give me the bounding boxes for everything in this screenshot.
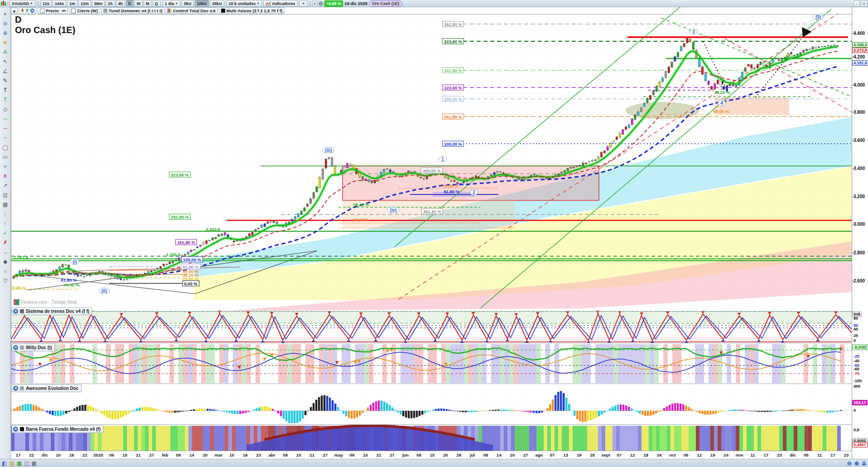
volume-button-35ku[interactable]: 35kU [210, 0, 224, 7]
chart-canvas[interactable] [0, 0, 868, 467]
order-action-icons: ⬇⬆✕ [19, 7, 37, 14]
axis-label: 400 [854, 384, 860, 389]
zoom-out-tool[interactable]: ⊖ [1, 19, 10, 28]
checkbox[interactable] [40, 9, 44, 13]
overlay-chip[interactable]: Multi Avisos (3 f 3 1,5 70 f f) [219, 7, 285, 14]
symbol-selector[interactable]: XAUUSD▼ [10, 0, 35, 7]
overlay-chip[interactable]: Tunel Domenec v4 (t t t t t) [101, 7, 165, 14]
timeframe-button-12s[interactable]: 12s [40, 0, 52, 7]
info-button[interactable]: i [313, 0, 318, 7]
crosshair-tool[interactable]: ⌖ [1, 9, 10, 19]
buy-arrow-icon[interactable]: ⬆ [25, 9, 29, 13]
triangle-tool[interactable]: ▽ [1, 276, 10, 285]
close-icon[interactable]: ✕ [13, 309, 18, 314]
timeframe-button-12m[interactable]: 12m [78, 0, 91, 7]
time-axis-label: 07 [550, 452, 555, 457]
palette-icon[interactable]: ▥ [9, 461, 14, 466]
pitchfork-tool[interactable]: ⋔ [1, 171, 10, 180]
timeframe-button-q[interactable]: Q [153, 0, 160, 7]
timeframe-button-w[interactable]: W [135, 0, 143, 7]
timeframe-button-m[interactable]: M [144, 0, 152, 7]
cursor-tool[interactable]: ↖ [1, 57, 10, 66]
zoom-in-tool[interactable]: ⊕ [1, 28, 10, 38]
panel-header-willy-doc[interactable]: ✕ Willy Doc (t) [12, 344, 55, 351]
ray-tool[interactable]: ↗ [1, 180, 10, 190]
favorites-tool[interactable]: ★ [1, 38, 10, 47]
text-green-tool[interactable]: T [1, 95, 10, 104]
axis-label: 2.600 [854, 278, 865, 283]
timeframe-button-1m[interactable]: 1m [67, 0, 77, 7]
pattern-tool[interactable]: ▨ [1, 190, 10, 199]
timeframe-button-56m[interactable]: 56m [92, 0, 105, 7]
ellipse-tool[interactable]: ◯ [1, 142, 10, 152]
checkbox[interactable] [71, 9, 76, 13]
arrow-tool[interactable]: → [1, 247, 10, 257]
time-axis-label: 21 [309, 452, 314, 457]
time-axis[interactable]: 1722dic101622202509152127feb091420mar101… [11, 452, 852, 459]
collapse-toolbar-button[interactable]: ▴ [11, 7, 18, 14]
text-tool[interactable]: T [1, 85, 10, 95]
close-icon[interactable]: ✕ [13, 427, 18, 432]
hline-green-tool[interactable]: ─ [1, 114, 10, 123]
zoom-in-button[interactable]: ⊕ [854, 461, 859, 466]
sell-arrow-icon[interactable]: ⬇ [21, 9, 24, 13]
dots-magenta-tool[interactable]: ⋮ [1, 219, 10, 228]
panel-header-barra-fuerza[interactable]: ✕ Barra Fuerza Fondo Mercado v4 (f) [12, 425, 103, 433]
chart-style-icon[interactable]: ◫ [24, 461, 29, 466]
grid-tool[interactable]: ▦ [1, 199, 10, 209]
delete-tool[interactable]: ✗ [1, 238, 10, 247]
time-axis-label: 22 [29, 452, 34, 457]
more-dropdown[interactable]: ▼ [299, 0, 308, 7]
label-tool[interactable]: A [1, 47, 10, 57]
trendline-tool[interactable]: ∠ [1, 66, 10, 76]
time-axis-label: 27 [149, 452, 154, 457]
draw-tool[interactable]: ✎ [1, 76, 10, 85]
timeframe-button-1h[interactable]: 1h [106, 0, 115, 7]
panel-header-sistema-trenes[interactable]: ✕ Sistema de trenes Doc v4 (f f) [12, 307, 92, 315]
time-axis-label: 21 [376, 452, 381, 457]
overlay-chip[interactable]: Control Total Doc v.6 [165, 7, 217, 14]
volume-button-5ku[interactable]: 5kU [182, 0, 194, 7]
period-dropdown[interactable]: 1 día▼ [163, 0, 180, 7]
confirm-tool[interactable]: ✓ [1, 228, 10, 238]
time-axis-label: 24 [657, 452, 662, 457]
window-minimize-button[interactable]: – [854, 0, 860, 7]
timeframe-button-4h[interactable]: 4h [116, 0, 125, 7]
price-axis[interactable]: 4.4004.2004.0003.8003.6003.4003.2003.000… [852, 7, 868, 459]
overlay-chip[interactable]: Precio≔ [38, 7, 68, 14]
wave-tool[interactable]: ≈ [1, 161, 10, 171]
cancel-icon[interactable]: ✕ [30, 9, 34, 13]
chart-title-block: D Oro Cash (1E) [15, 15, 75, 36]
timeframe-button-144s[interactable]: 144s [53, 0, 66, 7]
dashed-line-tool[interactable]: ┄ [1, 133, 10, 142]
close-icon[interactable]: ✕ [13, 345, 18, 350]
panel-header-awesome-evolution[interactable]: ✕ Awesome Evolution Doc [12, 384, 82, 392]
axis-label: 3.800 [854, 110, 865, 115]
overlay-chip[interactable]: Cierre (W) [69, 7, 100, 14]
axis-label: 3.600 [854, 138, 865, 143]
volume-button-10ku[interactable]: 10kU [195, 0, 209, 7]
time-axis-label: dic [790, 452, 796, 457]
pan-down-button[interactable]: ⇊ [862, 461, 866, 466]
axis-label: -40 [854, 359, 859, 363]
grid-style-icon[interactable]: ▩ [31, 461, 36, 466]
calendar-icon[interactable]: ▦ [17, 461, 22, 466]
circle-tool[interactable]: ○ [1, 266, 10, 276]
units-dropdown[interactable]: 10 k unidades▼ [227, 0, 262, 7]
indicators-button[interactable]: Indicadores [263, 0, 298, 7]
window-controls: –✕ [854, 0, 867, 7]
timeframe-button-d[interactable]: D [126, 0, 134, 7]
close-icon[interactable]: ✕ [13, 386, 18, 391]
volume-unit-buttons: 5kU10kU35kU [182, 0, 225, 7]
layout-icon[interactable]: ◧ [2, 461, 7, 466]
zoom-out-button[interactable]: ⊖ [847, 461, 852, 466]
drag-grip-icon[interactable]: ⁞⁞ [7, 1, 8, 6]
dots-blue-tool[interactable]: ⋮ [1, 209, 10, 219]
marker-tool[interactable]: ◆ [1, 257, 10, 266]
time-axis-label: 2025 [93, 452, 103, 457]
shape-tool[interactable]: ◇ [1, 104, 10, 114]
rectangle-tool[interactable]: ▭ [1, 152, 10, 161]
time-axis-label: 19 [710, 452, 715, 457]
hline-red-tool[interactable]: ─ [1, 123, 10, 133]
window-close-button[interactable]: ✕ [861, 0, 867, 7]
